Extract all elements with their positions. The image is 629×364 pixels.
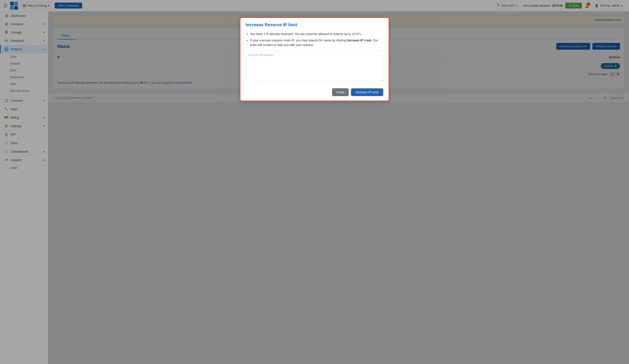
modal-bullet-1: You have 1 IP already reserved. You are … [250,32,383,36]
modal-body: You have 1 IP already reserved. You are … [240,30,389,86]
modal-bullet-2: If your usecase requires more IP, you ma… [250,38,383,47]
modal-overlay: Increase Reserve IP limit You have 1 IP … [0,0,629,364]
increase-ip-limit-modal: Increase Reserve IP limit You have 1 IP … [240,17,389,101]
reason-textarea[interactable] [246,51,383,82]
modal-bullets: You have 1 IP already reserved. You are … [246,32,383,47]
modal-header: Increase Reserve IP limit [240,18,389,30]
close-modal-button[interactable]: Close [332,88,349,96]
increase-ip-limit-button[interactable]: Increase IP Limit [351,88,383,96]
modal-title: Increase Reserve IP limit [246,22,383,27]
modal-footer: Close Increase IP Limit [240,86,389,101]
